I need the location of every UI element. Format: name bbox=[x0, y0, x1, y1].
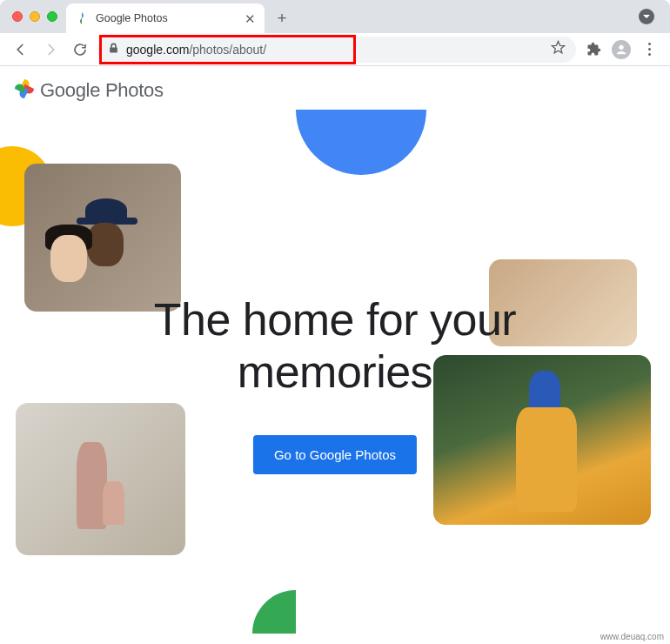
hero-photo-couple bbox=[24, 164, 181, 312]
browser-chrome: Google Photos ✕ + google.com/photos/abou… bbox=[0, 0, 670, 66]
forward-button[interactable] bbox=[38, 37, 63, 62]
lock-icon[interactable] bbox=[108, 42, 119, 57]
new-tab-button[interactable]: + bbox=[270, 6, 294, 30]
close-tab-icon[interactable]: ✕ bbox=[245, 12, 256, 25]
google-photos-logo-icon bbox=[14, 78, 35, 103]
reload-button[interactable] bbox=[68, 37, 92, 62]
tab-title: Google Photos bbox=[96, 12, 238, 24]
toolbar: google.com/photos/about/ bbox=[0, 33, 670, 66]
address-bar[interactable]: google.com/photos/about/ bbox=[97, 37, 576, 63]
back-button[interactable] bbox=[9, 37, 33, 62]
page-content: Google Photos The home for your memories… bbox=[0, 66, 670, 644]
hero-line1: The home for your bbox=[154, 294, 516, 345]
green-quarter-shape bbox=[252, 590, 296, 634]
logo-bar: Google Photos bbox=[0, 66, 670, 111]
tab-bar: Google Photos ✕ + bbox=[0, 0, 670, 33]
hero-title: The home for your memories bbox=[0, 294, 670, 399]
minimize-window-button[interactable] bbox=[30, 11, 40, 22]
extensions-button[interactable] bbox=[581, 37, 606, 62]
maximize-window-button[interactable] bbox=[47, 11, 57, 22]
profile-button[interactable] bbox=[609, 37, 633, 62]
window-controls bbox=[7, 11, 66, 22]
hero-photo-family bbox=[16, 403, 185, 555]
logo-text: Google Photos bbox=[40, 79, 164, 102]
watermark: www.deuaq.com bbox=[598, 631, 667, 642]
go-to-google-photos-button[interactable]: Go to Google Photos bbox=[253, 435, 417, 474]
kebab-menu-button[interactable] bbox=[637, 37, 661, 62]
chevron-down-icon[interactable] bbox=[639, 9, 654, 24]
url-text: google.com/photos/about/ bbox=[126, 43, 266, 57]
browser-tab[interactable]: Google Photos ✕ bbox=[66, 3, 265, 33]
hero-line2: memories bbox=[238, 346, 432, 397]
blue-semicircle-shape bbox=[296, 110, 426, 175]
hero-area: The home for your memories Go to Google … bbox=[0, 111, 670, 634]
star-icon[interactable] bbox=[551, 40, 566, 58]
svg-point-0 bbox=[619, 44, 623, 49]
google-photos-favicon-icon bbox=[75, 11, 89, 25]
close-window-button[interactable] bbox=[12, 11, 23, 22]
